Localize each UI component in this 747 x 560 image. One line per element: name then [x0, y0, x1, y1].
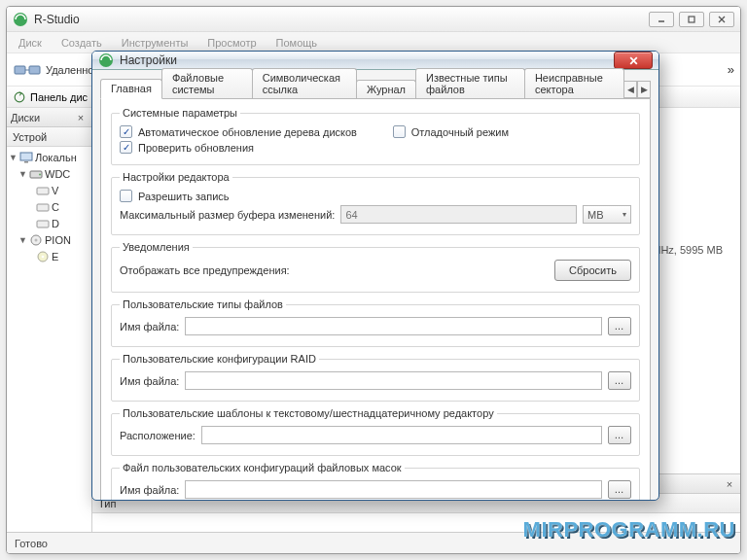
maximize-button[interactable]	[679, 12, 704, 27]
volume-icon	[36, 217, 50, 230]
tree-node-volume[interactable]: V	[7, 182, 91, 198]
group-user-raid: Пользовательские конфигурации RAID Имя ф…	[111, 353, 640, 402]
tab-content-main: Системные параметры Автоматическое обнов…	[100, 98, 651, 501]
checkbox-debug-mode[interactable]	[393, 125, 406, 138]
menu-tools[interactable]: Инструменты	[114, 35, 196, 51]
svg-point-12	[39, 173, 41, 175]
tab-scroll-left[interactable]: ◀	[623, 81, 637, 98]
svg-rect-14	[37, 204, 49, 211]
panel-disks-button[interactable]: Панель дис	[7, 90, 93, 104]
disc-icon	[36, 250, 50, 263]
device-tree: ▼Локальн ▼WDC V C D ▼PION E	[7, 147, 91, 532]
label-debug-mode: Отладочный режим	[411, 126, 509, 138]
dialog-title: Настройки	[120, 53, 614, 67]
label-filename: Имя файла:	[120, 484, 179, 496]
menu-disk[interactable]: Диск	[11, 35, 50, 51]
panel-close-icon[interactable]: ×	[74, 111, 88, 124]
label-filename: Имя файла:	[120, 321, 179, 332]
hdd-icon	[29, 167, 43, 181]
tree-node-volume[interactable]: D	[7, 215, 91, 231]
minimize-button[interactable]	[649, 12, 674, 27]
svg-rect-15	[37, 221, 49, 228]
svg-point-17	[35, 238, 38, 241]
input-hex-templates-path[interactable]	[201, 426, 602, 444]
panel-disks-label: Панель дис	[30, 91, 88, 103]
tabstrip: Главная Файловые системы Символическая с…	[100, 76, 651, 98]
settings-dialog: Настройки Главная Файловые системы Симво…	[91, 51, 659, 501]
menu-help[interactable]: Помощь	[268, 35, 326, 51]
disks-panel-header: Диски ×	[7, 108, 91, 127]
titlebar: R-Studio	[7, 7, 740, 32]
label-allow-write: Разрешить запись	[138, 191, 230, 202]
group-system-params: Системные параметры Автоматическое обнов…	[111, 107, 640, 165]
svg-rect-5	[15, 66, 25, 74]
tab-filesystems[interactable]: Файловые системы	[161, 68, 253, 98]
refresh-icon	[13, 90, 26, 104]
app-title: R-Studio	[34, 13, 649, 26]
toolbar-expand-icon[interactable]: »	[728, 62, 734, 77]
tab-known-filetypes[interactable]: Известные типы файлов	[415, 68, 525, 98]
group-user-filetypes: Пользовательские типы файлов Имя файла: …	[111, 298, 640, 347]
menu-create[interactable]: Создать	[53, 35, 110, 51]
optical-drive-icon	[29, 233, 43, 247]
combo-buffer-unit[interactable]: MB▾	[583, 205, 631, 224]
disks-panel: Диски × Устрой ▼Локальн ▼WDC V C D ▼PION…	[7, 108, 92, 532]
svg-point-8	[15, 92, 24, 102]
checkbox-auto-update-tree[interactable]	[120, 125, 132, 138]
tree-node-disc[interactable]: E	[7, 248, 91, 264]
menu-view[interactable]: Просмотр	[199, 35, 264, 51]
label-max-buffer: Максимальный размер буфера изменений:	[120, 209, 335, 221]
input-user-raid-path[interactable]	[185, 371, 602, 390]
label-show-all-warnings: Отображать все предупреждения:	[120, 264, 290, 276]
statusbar: Готово	[7, 532, 740, 553]
svg-rect-13	[37, 188, 49, 194]
close-button[interactable]	[709, 12, 734, 27]
browse-user-raid-button[interactable]: …	[608, 371, 631, 390]
tree-node-optical[interactable]: ▼PION	[7, 231, 91, 248]
tab-log[interactable]: Журнал	[356, 80, 416, 98]
checkbox-allow-write[interactable]	[120, 190, 132, 202]
tree-node-local-computer[interactable]: ▼Локальн	[7, 149, 91, 165]
group-notifications: Уведомления Отображать все предупреждени…	[111, 241, 640, 293]
browse-user-filetypes-button[interactable]: …	[608, 317, 631, 335]
input-max-buffer[interactable]	[340, 205, 577, 224]
panel-close-icon[interactable]: ×	[723, 477, 736, 491]
group-hex-templates: Пользовательские шаблоны к текстовому/ше…	[111, 407, 640, 456]
app-icon	[98, 52, 114, 68]
browse-hex-templates-button[interactable]: …	[608, 426, 631, 444]
tree-node-hdd[interactable]: ▼WDC	[7, 165, 91, 182]
computer-icon	[19, 151, 33, 164]
svg-rect-9	[20, 153, 32, 160]
volume-icon	[36, 184, 50, 197]
tab-main[interactable]: Главная	[100, 79, 162, 99]
remote-connect-button[interactable]	[13, 59, 44, 81]
tree-node-volume[interactable]: C	[7, 198, 91, 215]
label-filename: Имя файла:	[120, 375, 179, 387]
group-file-masks: Файл пользовательских конфигураций файло…	[111, 462, 640, 501]
group-editor-settings: Настройки редактора Разрешить запись Мак…	[111, 171, 640, 235]
volume-icon	[36, 200, 50, 214]
checkbox-check-updates[interactable]	[120, 141, 132, 154]
disks-col-device[interactable]: Устрой	[7, 127, 91, 147]
tab-scroll-right[interactable]: ▶	[637, 81, 651, 98]
input-user-filetypes-path[interactable]	[185, 317, 602, 335]
label-auto-update-tree: Автоматическое обновление дерева дисков	[138, 126, 357, 138]
svg-rect-2	[689, 17, 694, 22]
input-file-masks-path[interactable]	[185, 480, 602, 499]
svg-point-19	[42, 255, 45, 258]
label-check-updates: Проверить обновления	[138, 142, 254, 154]
tab-symlink[interactable]: Символическая ссылка	[252, 68, 357, 98]
app-icon	[13, 12, 28, 27]
label-location: Расположение:	[120, 430, 196, 441]
browse-file-masks-button[interactable]: …	[608, 480, 631, 499]
svg-rect-6	[29, 66, 40, 74]
reset-warnings-button[interactable]: Сбросить	[554, 260, 631, 281]
dialog-close-button[interactable]	[614, 52, 653, 69]
svg-rect-10	[24, 161, 28, 163]
tab-bad-sectors[interactable]: Неисправные сектора	[524, 68, 624, 98]
